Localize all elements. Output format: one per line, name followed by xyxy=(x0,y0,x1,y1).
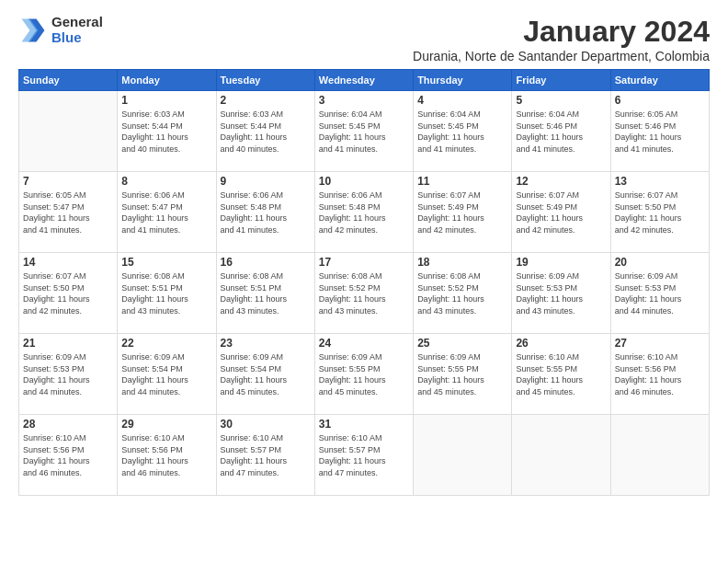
day-number: 7 xyxy=(23,175,113,188)
day-number: 3 xyxy=(319,94,409,107)
logo: General Blue xyxy=(18,15,103,45)
calendar-table: Sunday Monday Tuesday Wednesday Thursday… xyxy=(18,69,710,496)
day-info: Sunrise: 6:07 AM Sunset: 5:50 PM Dayligh… xyxy=(23,270,113,316)
day-info: Sunrise: 6:03 AM Sunset: 5:44 PM Dayligh… xyxy=(121,109,211,155)
col-friday: Friday xyxy=(512,70,610,91)
day-number: 31 xyxy=(319,418,409,431)
day-cell: 28Sunrise: 6:10 AM Sunset: 5:56 PM Dayli… xyxy=(19,415,118,496)
day-number: 21 xyxy=(23,337,113,350)
day-info: Sunrise: 6:09 AM Sunset: 5:55 PM Dayligh… xyxy=(319,351,409,397)
day-number: 16 xyxy=(221,256,311,269)
day-number: 12 xyxy=(516,175,606,188)
day-cell: 19Sunrise: 6:09 AM Sunset: 5:53 PM Dayli… xyxy=(512,253,610,334)
header: General Blue January 2024 Durania, Norte… xyxy=(18,15,710,63)
day-cell: 12Sunrise: 6:07 AM Sunset: 5:49 PM Dayli… xyxy=(512,172,610,253)
day-number: 30 xyxy=(221,418,311,431)
day-number: 26 xyxy=(516,337,606,350)
day-number: 13 xyxy=(615,175,705,188)
col-wednesday: Wednesday xyxy=(314,70,413,91)
day-info: Sunrise: 6:09 AM Sunset: 5:53 PM Dayligh… xyxy=(615,270,705,316)
day-info: Sunrise: 6:03 AM Sunset: 5:44 PM Dayligh… xyxy=(221,109,311,155)
day-info: Sunrise: 6:06 AM Sunset: 5:48 PM Dayligh… xyxy=(221,190,311,236)
day-cell: 23Sunrise: 6:09 AM Sunset: 5:54 PM Dayli… xyxy=(216,334,314,415)
day-number: 8 xyxy=(121,175,211,188)
logo-blue-text: Blue xyxy=(51,30,103,46)
col-thursday: Thursday xyxy=(414,70,512,91)
day-info: Sunrise: 6:10 AM Sunset: 5:56 PM Dayligh… xyxy=(121,432,211,478)
day-cell: 11Sunrise: 6:07 AM Sunset: 5:49 PM Dayli… xyxy=(414,172,512,253)
day-cell: 7Sunrise: 6:05 AM Sunset: 5:47 PM Daylig… xyxy=(19,172,118,253)
day-number: 18 xyxy=(417,256,507,269)
day-info: Sunrise: 6:09 AM Sunset: 5:55 PM Dayligh… xyxy=(417,351,507,397)
day-number: 19 xyxy=(516,256,606,269)
day-number: 14 xyxy=(23,256,113,269)
page: General Blue January 2024 Durania, Norte… xyxy=(0,0,728,563)
day-cell: 31Sunrise: 6:10 AM Sunset: 5:57 PM Dayli… xyxy=(314,415,413,496)
day-info: Sunrise: 6:10 AM Sunset: 5:57 PM Dayligh… xyxy=(221,432,311,478)
day-number: 29 xyxy=(121,418,211,431)
day-info: Sunrise: 6:05 AM Sunset: 5:47 PM Dayligh… xyxy=(23,190,113,236)
day-info: Sunrise: 6:06 AM Sunset: 5:47 PM Dayligh… xyxy=(121,190,211,236)
day-cell: 22Sunrise: 6:09 AM Sunset: 5:54 PM Dayli… xyxy=(118,334,216,415)
day-info: Sunrise: 6:07 AM Sunset: 5:49 PM Dayligh… xyxy=(516,190,606,236)
day-number: 6 xyxy=(615,94,705,107)
day-cell xyxy=(19,91,118,172)
day-cell: 6Sunrise: 6:05 AM Sunset: 5:46 PM Daylig… xyxy=(610,91,709,172)
day-info: Sunrise: 6:04 AM Sunset: 5:45 PM Dayligh… xyxy=(319,109,409,155)
day-cell: 16Sunrise: 6:08 AM Sunset: 5:51 PM Dayli… xyxy=(216,253,314,334)
day-number: 15 xyxy=(121,256,211,269)
logo-icon xyxy=(18,16,48,45)
logo-general-text: General xyxy=(51,15,103,30)
location-subtitle: Durania, Norte de Santander Department, … xyxy=(413,49,710,63)
day-info: Sunrise: 6:10 AM Sunset: 5:56 PM Dayligh… xyxy=(615,351,705,397)
day-cell xyxy=(512,415,610,496)
day-number: 11 xyxy=(417,175,507,188)
day-number: 25 xyxy=(417,337,507,350)
day-cell xyxy=(414,415,512,496)
day-cell: 15Sunrise: 6:08 AM Sunset: 5:51 PM Dayli… xyxy=(118,253,216,334)
week-row-2: 7Sunrise: 6:05 AM Sunset: 5:47 PM Daylig… xyxy=(19,172,710,253)
day-info: Sunrise: 6:08 AM Sunset: 5:51 PM Dayligh… xyxy=(121,270,211,316)
day-number: 5 xyxy=(516,94,606,107)
day-cell: 29Sunrise: 6:10 AM Sunset: 5:56 PM Dayli… xyxy=(118,415,216,496)
day-cell: 18Sunrise: 6:08 AM Sunset: 5:52 PM Dayli… xyxy=(414,253,512,334)
day-number: 24 xyxy=(319,337,409,350)
day-info: Sunrise: 6:10 AM Sunset: 5:57 PM Dayligh… xyxy=(319,432,409,478)
logo-text: General Blue xyxy=(51,15,103,45)
day-cell: 1Sunrise: 6:03 AM Sunset: 5:44 PM Daylig… xyxy=(118,91,216,172)
day-cell: 3Sunrise: 6:04 AM Sunset: 5:45 PM Daylig… xyxy=(314,91,413,172)
day-number: 9 xyxy=(221,175,311,188)
day-cell: 13Sunrise: 6:07 AM Sunset: 5:50 PM Dayli… xyxy=(610,172,709,253)
day-cell: 30Sunrise: 6:10 AM Sunset: 5:57 PM Dayli… xyxy=(216,415,314,496)
title-block: January 2024 Durania, Norte de Santander… xyxy=(413,15,710,63)
day-cell: 21Sunrise: 6:09 AM Sunset: 5:53 PM Dayli… xyxy=(19,334,118,415)
day-info: Sunrise: 6:07 AM Sunset: 5:50 PM Dayligh… xyxy=(615,190,705,236)
day-info: Sunrise: 6:09 AM Sunset: 5:53 PM Dayligh… xyxy=(23,351,113,397)
col-tuesday: Tuesday xyxy=(216,70,314,91)
day-cell: 27Sunrise: 6:10 AM Sunset: 5:56 PM Dayli… xyxy=(610,334,709,415)
day-info: Sunrise: 6:08 AM Sunset: 5:52 PM Dayligh… xyxy=(417,270,507,316)
day-info: Sunrise: 6:09 AM Sunset: 5:54 PM Dayligh… xyxy=(121,351,211,397)
day-cell: 25Sunrise: 6:09 AM Sunset: 5:55 PM Dayli… xyxy=(414,334,512,415)
week-row-5: 28Sunrise: 6:10 AM Sunset: 5:56 PM Dayli… xyxy=(19,415,710,496)
day-cell: 2Sunrise: 6:03 AM Sunset: 5:44 PM Daylig… xyxy=(216,91,314,172)
day-number: 2 xyxy=(221,94,311,107)
week-row-1: 1Sunrise: 6:03 AM Sunset: 5:44 PM Daylig… xyxy=(19,91,710,172)
day-number: 1 xyxy=(121,94,211,107)
col-saturday: Saturday xyxy=(610,70,709,91)
day-cell: 20Sunrise: 6:09 AM Sunset: 5:53 PM Dayli… xyxy=(610,253,709,334)
day-info: Sunrise: 6:09 AM Sunset: 5:53 PM Dayligh… xyxy=(516,270,606,316)
day-info: Sunrise: 6:06 AM Sunset: 5:48 PM Dayligh… xyxy=(319,190,409,236)
day-cell: 26Sunrise: 6:10 AM Sunset: 5:55 PM Dayli… xyxy=(512,334,610,415)
day-number: 4 xyxy=(417,94,507,107)
day-info: Sunrise: 6:09 AM Sunset: 5:54 PM Dayligh… xyxy=(221,351,311,397)
col-monday: Monday xyxy=(118,70,216,91)
day-cell: 4Sunrise: 6:04 AM Sunset: 5:45 PM Daylig… xyxy=(414,91,512,172)
day-info: Sunrise: 6:05 AM Sunset: 5:46 PM Dayligh… xyxy=(615,109,705,155)
day-info: Sunrise: 6:08 AM Sunset: 5:51 PM Dayligh… xyxy=(221,270,311,316)
day-number: 20 xyxy=(615,256,705,269)
month-title: January 2024 xyxy=(413,15,710,49)
day-cell: 17Sunrise: 6:08 AM Sunset: 5:52 PM Dayli… xyxy=(314,253,413,334)
day-cell: 8Sunrise: 6:06 AM Sunset: 5:47 PM Daylig… xyxy=(118,172,216,253)
day-info: Sunrise: 6:04 AM Sunset: 5:45 PM Dayligh… xyxy=(417,109,507,155)
